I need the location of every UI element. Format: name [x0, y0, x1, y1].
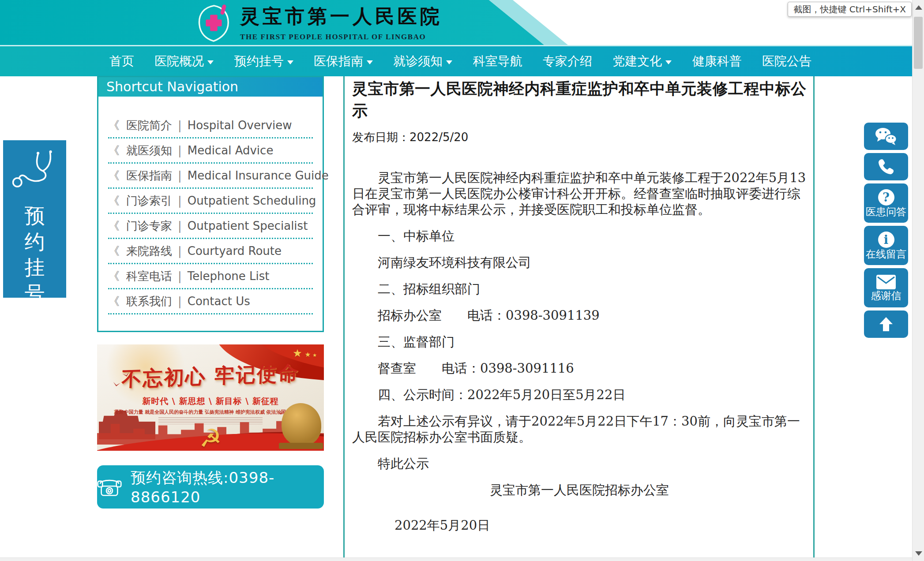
qa-button[interactable]: ? 医患问答	[864, 183, 908, 223]
back-to-top-button[interactable]	[864, 310, 908, 338]
stethoscope-icon	[10, 149, 60, 197]
shortcut-item-label-cn: 就医须知	[126, 143, 172, 158]
golden-lion-base	[279, 443, 323, 449]
nav-item-label: 专家介绍	[543, 53, 592, 70]
shortcut-item[interactable]: 《 来院路线 | Courtyard Route	[108, 239, 313, 264]
nav-item-label: 健康科普	[692, 53, 742, 70]
star-icon: ★	[305, 351, 311, 359]
promo-char: 号	[3, 282, 66, 305]
article-publish-date: 发布日期：2022/5/20	[352, 130, 807, 145]
promo-char: 约	[3, 231, 66, 253]
shortcut-item-label-cn: 医保指南	[126, 168, 172, 183]
hospital-logo[interactable]: 灵宝市第一人民医院 THE FIRST PEOPLE HOSPITAL OF L…	[194, 4, 443, 44]
telephone-icon	[97, 475, 122, 499]
nav-item[interactable]: 预约挂号	[234, 53, 293, 70]
announcement-article: 灵宝市第一人民医院神经内科重症监护和卒中单元装修工程中标公示 发布日期：2022…	[352, 78, 807, 544]
golden-lion-statue	[282, 403, 321, 445]
double-angle-quote-icon: 《	[108, 269, 120, 284]
shortcut-item-label-en: Courtyard Route	[188, 244, 282, 258]
scrollbar-down-arrow-icon[interactable]	[915, 551, 922, 556]
nav-item-label: 党建文化	[612, 53, 662, 70]
nav-item[interactable]: 就诊须知	[393, 53, 452, 70]
shortcut-item-label-en: Outpatient Scheduling	[188, 194, 316, 207]
shortcut-item-divider: |	[178, 119, 182, 132]
party-culture-banner[interactable]: ★★★ 不忘初心 牢记使命 新时代 \ 新思想 \ 新目标 \ 新征程 凝聚中国…	[97, 344, 324, 451]
nav-item-label: 就诊须知	[393, 53, 443, 70]
double-angle-quote-icon: 《	[108, 243, 120, 259]
star-icon: ★	[312, 352, 317, 358]
shortcut-list: 《 医院简介 | Hospital Overview 《 就医须知 | Medi…	[98, 113, 323, 314]
shortcut-item[interactable]: 《 医院简介 | Hospital Overview	[108, 113, 313, 138]
wechat-button[interactable]	[864, 123, 908, 150]
nav-item[interactable]: 医保指南	[314, 53, 373, 70]
article-body: 灵宝市第一人民医院神经内科重症监护和卒中单元装修工程于2022年5月13日在灵宝…	[352, 170, 807, 533]
double-angle-quote-icon: 《	[108, 168, 120, 183]
article-paragraph: 灵宝市第一人民医院神经内科重症监护和卒中单元装修工程于2022年5月13日在灵宝…	[352, 170, 807, 217]
star-icon: ★	[293, 347, 302, 359]
shortcut-item-label-en: Medical Advice	[188, 144, 274, 157]
floating-contact-buttons: ? 医患问答 i 在线留言 感谢信	[864, 123, 908, 338]
promo-char: 预	[3, 205, 66, 227]
phone-button[interactable]	[864, 153, 908, 180]
nav-item[interactable]: 科室导航	[473, 53, 522, 70]
horizontal-scrollbar-track[interactable]	[0, 557, 912, 561]
article-paragraph: 一、中标单位	[352, 228, 807, 244]
shortcut-item[interactable]: 《 医保指南 | Medical Insurance Guide	[108, 164, 313, 189]
scrollbar-up-arrow-icon[interactable]	[915, 5, 922, 10]
double-angle-quote-icon: 《	[108, 143, 120, 158]
nav-item[interactable]: 健康科普	[692, 53, 742, 70]
shortcut-item-label-en: Outpatient Specialist	[188, 219, 308, 232]
qa-button-label: 医患问答	[866, 207, 906, 217]
shortcut-item-label-cn: 来院路线	[126, 243, 172, 259]
article-paragraph: 若对上述公示有异议，请于2022年5月22日下午17：30前，向灵宝市第一人民医…	[352, 413, 807, 445]
nav-item-label: 预约挂号	[234, 53, 284, 70]
wechat-icon	[874, 127, 898, 146]
shortcut-item-label-cn: 门诊索引	[126, 193, 172, 209]
envelope-icon	[876, 275, 896, 289]
article-paragraph: 四、公示时间：2022年5月20日至5月22日	[352, 387, 807, 403]
banner-subtitle: 新时代 \ 新思想 \ 新目标 \ 新征程	[97, 396, 324, 407]
nav-item-label: 首页	[109, 53, 134, 70]
chevron-down-icon	[446, 60, 452, 64]
article-paragraph: 特此公示	[352, 456, 807, 471]
hotline-banner[interactable]: 预约咨询热线:0398-8866120	[97, 465, 324, 509]
double-angle-quote-icon: 《	[108, 118, 120, 133]
chevron-down-icon	[287, 60, 293, 64]
page: 灵宝市第一人民医院 THE FIRST PEOPLE HOSPITAL OF L…	[0, 0, 924, 561]
nav-item[interactable]: 首页	[109, 53, 134, 70]
thanks-letter-button[interactable]: 感谢信	[864, 268, 908, 307]
content-right-border	[813, 76, 815, 557]
nav-item[interactable]: 专家介绍	[543, 53, 592, 70]
message-button-label: 在线留言	[866, 249, 906, 259]
content-left-border	[343, 76, 345, 557]
nav-item[interactable]: 党建文化	[612, 53, 672, 70]
scrollbar-thumb[interactable]	[914, 17, 923, 69]
nav-item[interactable]: 医院概况	[154, 53, 214, 70]
nav-item-label: 医保指南	[314, 53, 363, 70]
shortcut-item-label-en: Hospital Overview	[188, 119, 292, 132]
message-button[interactable]: i 在线留言	[864, 226, 908, 265]
nav-list: 首页 医院概况 预约挂号 医保指南	[0, 46, 924, 76]
article-paragraph: 招标办公室 电话：0398-3091139	[352, 307, 807, 323]
nav-item[interactable]: 医院公告	[762, 53, 811, 70]
vertical-scrollbar[interactable]	[912, 0, 924, 561]
shortcut-item-label-cn: 医院简介	[126, 118, 172, 133]
shortcut-item[interactable]: 《 门诊索引 | Outpatient Scheduling	[108, 189, 313, 214]
shortcut-item[interactable]: 《 门诊专家 | Outpatient Specialist	[108, 214, 313, 239]
article-paragraph: 河南绿友环境科技有限公司	[352, 254, 807, 270]
shortcut-item-label-cn: 门诊专家	[126, 218, 172, 234]
flag-stars-decoration: ★★★	[293, 348, 317, 359]
appointment-promo-banner[interactable]: 预约挂号	[3, 140, 66, 298]
shortcut-item[interactable]: 《 就医须知 | Medical Advice	[108, 138, 313, 164]
hammer-sickle-icon: ☭	[199, 426, 222, 451]
nav-item-label: 医院概况	[154, 53, 204, 70]
shortcut-item-label-en: Contact Us	[188, 295, 250, 308]
hospital-name-cn: 灵宝市第一人民医院	[240, 4, 443, 30]
question-icon: ?	[878, 189, 894, 206]
shortcut-item[interactable]: 《 联系我们 | Contact Us	[108, 289, 313, 314]
shortcut-item-divider: |	[178, 295, 182, 308]
shortcut-item[interactable]: 《 科室电话 | Telephone List	[108, 264, 313, 289]
shortcut-item-label-en: Medical Insurance Guide	[188, 169, 329, 182]
article-title: 灵宝市第一人民医院神经内科重症监护和卒中单元装修工程中标公示	[352, 78, 807, 122]
article-paragraph: 督查室 电话：0398-3091116	[352, 360, 807, 376]
